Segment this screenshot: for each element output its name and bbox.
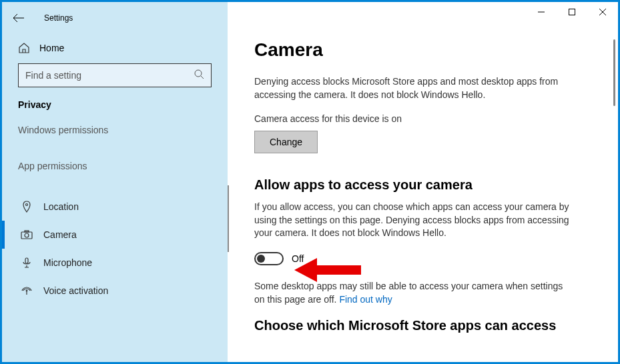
titlebar-controls <box>526 2 618 22</box>
allow-apps-toggle[interactable] <box>254 252 284 265</box>
allow-description: If you allow access, you can choose whic… <box>254 201 575 240</box>
nav-list: Location Camera Microphone Voice activat… <box>2 193 228 305</box>
desktop-note: Some desktop apps may still be able to a… <box>254 280 575 306</box>
close-button[interactable] <box>587 2 618 22</box>
sidebar-item-voice-activation[interactable]: Voice activation <box>2 277 228 305</box>
deny-description: Denying access blocks Microsoft Store ap… <box>254 75 575 101</box>
sidebar-header: Settings <box>2 2 228 37</box>
allow-heading: Allow apps to access your camera <box>254 177 591 193</box>
device-access-status: Camera access for this device is on <box>254 113 591 124</box>
minimize-button[interactable] <box>526 2 557 22</box>
svg-point-8 <box>25 233 29 237</box>
section-app-permissions: App permissions <box>2 161 228 178</box>
sidebar-item-label: Camera <box>43 229 77 240</box>
header-title: Settings <box>44 13 73 23</box>
svg-point-11 <box>26 290 27 291</box>
toggle-knob <box>257 255 265 263</box>
svg-line-5 <box>201 76 204 79</box>
voice-icon <box>21 285 33 297</box>
page-title: Camera <box>254 39 591 61</box>
search-box[interactable] <box>18 63 212 87</box>
sidebar-item-label: Voice activation <box>43 285 108 296</box>
find-out-why-link[interactable]: Find out why <box>339 294 392 305</box>
camera-icon <box>21 229 33 241</box>
back-button[interactable] <box>5 10 32 26</box>
microphone-icon <box>21 257 33 269</box>
desktop-note-text: Some desktop apps may still be able to a… <box>254 281 563 305</box>
sidebar-item-label: Microphone <box>43 257 92 268</box>
section-windows-permissions: Windows permissions <box>2 125 228 142</box>
home-label: Home <box>39 43 64 53</box>
change-button[interactable]: Change <box>254 131 318 153</box>
search-input[interactable] <box>25 70 194 81</box>
category-label: Privacy <box>2 99 228 125</box>
svg-point-4 <box>195 70 202 77</box>
sidebar-item-label: Location <box>43 201 79 212</box>
sidebar-item-microphone[interactable]: Microphone <box>2 249 228 277</box>
scrollbar[interactable] <box>613 39 615 106</box>
svg-rect-1 <box>569 9 575 15</box>
home-icon <box>18 42 30 54</box>
svg-point-6 <box>26 204 28 206</box>
toggle-state-label: Off <box>292 253 304 264</box>
location-icon <box>21 201 33 213</box>
sidebar-item-camera[interactable]: Camera <box>2 221 228 249</box>
sidebar: Settings Home Privacy Windows permission… <box>2 2 228 362</box>
home-nav[interactable]: Home <box>2 37 228 63</box>
choose-heading: Choose which Microsoft Store apps can ac… <box>254 318 591 333</box>
svg-rect-10 <box>25 258 28 263</box>
sidebar-item-location[interactable]: Location <box>2 193 228 221</box>
maximize-button[interactable] <box>557 2 587 22</box>
settings-window: Settings Home Privacy Windows permission… <box>2 2 618 362</box>
content-pane: Camera Denying access blocks Microsoft S… <box>228 2 618 362</box>
svg-rect-9 <box>25 231 29 232</box>
allow-toggle-row: Off <box>254 252 591 265</box>
search-icon <box>194 69 204 82</box>
